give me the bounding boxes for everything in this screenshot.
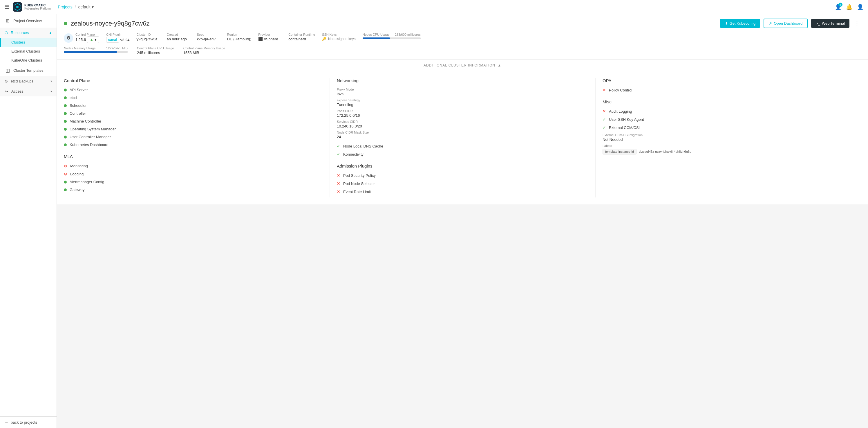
check-icon-external-ccm: ✓ [602, 125, 606, 130]
progress-row: Nodes Memory Usage 1227/1475 MiB Control… [64, 47, 861, 55]
header-actions: ⬇ Get Kubeconfig ↗ Open Dashboard >_ Web… [720, 19, 861, 28]
status-dot-k8s-dashboard [64, 143, 67, 146]
status-dot-api-server [64, 89, 67, 91]
control-plane-icon: ⚙ [64, 33, 73, 43]
label-key-chip: template-instance-id [602, 149, 637, 154]
projects-link[interactable]: Projects [58, 5, 72, 9]
chevron-down-icon-access: ▾ [51, 90, 52, 93]
row-pod-node-selector: ✕ Pod Node Selector [337, 181, 595, 186]
created-info: Created an hour ago [167, 33, 190, 41]
status-dot-scheduler [64, 104, 67, 107]
notification-badge: 1 [838, 3, 842, 7]
account-icon[interactable]: 👤 [857, 4, 863, 10]
x-icon-event-rate: ✕ [337, 189, 340, 194]
status-icon-monitoring: ⊗ [64, 164, 67, 168]
status-dot-gateway [64, 189, 67, 191]
etcd-icon: ⊙ [5, 79, 8, 83]
info-panels: Control Plane API Server etcd Scheduler [57, 71, 868, 204]
open-dashboard-button[interactable]: ↗ Open Dashboard [764, 19, 808, 28]
row-external-ccm: ✓ External CCM/CSI [602, 125, 861, 130]
cluster-header: zealous-noyce-y9q8g7cw6z ⬇ Get Kubeconfi… [57, 14, 868, 60]
row-audit-logging: ✕ Audit Logging [602, 109, 861, 114]
label-value-text: dlzsggf46z-gczvhbhwv6-4gh8zh6n6p [639, 150, 691, 153]
row-konnectivity: ✓ Konnectivity [337, 152, 595, 156]
row-alertmanager: Alertmanager Config [64, 180, 322, 184]
sidebar-resources-header[interactable]: ⬡ Resources ▲ [0, 28, 57, 38]
panel-left: Control Plane API Server etcd Scheduler [64, 78, 330, 197]
sidebar-back-to-projects[interactable]: ← back to projects [0, 417, 57, 428]
status-dot-machine-controller [64, 120, 67, 123]
nodes-memory-progress: Nodes Memory Usage 1227/1475 MiB [64, 47, 128, 55]
container-runtime-info: Container Runtime containerd [288, 33, 315, 41]
menu-icon[interactable]: ☰ [5, 4, 9, 10]
web-terminal-button[interactable]: >_ Web Terminal [811, 19, 849, 28]
row-pod-security-policy: ✕ Pod Security Policy [337, 173, 595, 178]
sidebar-etcd-header[interactable]: ⊙ etcd Backups ▾ [0, 76, 57, 86]
row-user-ssh-key-agent: ✓ User SSH Key Agent [602, 117, 861, 122]
ssh-keys-info: SSH Keys 🔑 No assigned keys [322, 33, 356, 41]
row-gateway: Gateway [64, 188, 322, 192]
sidebar: ⊞ Project Overview ⬡ Resources ▲ Cluster… [0, 14, 57, 428]
seed-info: Seed kkp-qa-env [197, 33, 220, 41]
row-logging: ⊗ Logging [64, 172, 322, 176]
row-user-controller: User Controller Manager [64, 135, 322, 139]
sidebar-item-project-overview[interactable]: ⊞ Project Overview [0, 15, 57, 26]
row-k8s-dashboard: Kubernetes Dashboard [64, 143, 322, 147]
sidebar-section-main: ⊞ Project Overview [0, 14, 57, 28]
chevron-down-icon: ▾ [51, 80, 52, 83]
row-api-server: API Server [64, 88, 322, 92]
control-plane-info: ⚙ Control Plane 1.25.6 ▲ ▾ [64, 33, 99, 43]
x-icon-pod-node-selector: ✕ [337, 181, 340, 186]
check-icon-node-local-dns: ✓ [337, 144, 340, 148]
template-icon: ◫ [5, 68, 10, 73]
status-dot-alertmanager [64, 180, 67, 183]
nodes-cpu-progress-bg [363, 37, 421, 39]
svg-point-2 [16, 6, 19, 8]
more-options-button[interactable]: ⋮ [853, 19, 861, 28]
version-select[interactable]: ▲ ▾ [87, 36, 99, 43]
additional-cluster-section: ADDITIONAL CLUSTER INFORMATION ▲ Control… [57, 60, 868, 204]
app-body: ⊞ Project Overview ⬡ Resources ▲ Cluster… [0, 14, 868, 428]
download-icon: ⬇ [725, 21, 728, 26]
navbar: ☰ KUBERMATIC Kubernetes Platform Project… [0, 0, 868, 14]
check-icon-konnectivity: ✓ [337, 152, 340, 156]
status-dot-etcd [64, 96, 67, 99]
x-icon-policy-control: ✕ [602, 88, 606, 92]
status-dot-osm [64, 128, 67, 131]
external-link-icon: ↗ [769, 21, 772, 26]
labels-row: template-instance-id dlzsggf46z-gczvhbhw… [602, 149, 861, 154]
grid-icon: ⊞ [5, 18, 10, 24]
row-node-local-dns: ✓ Node Local DNS Cache [337, 144, 595, 148]
region-info: Region DE (Hamburg) [227, 33, 251, 41]
sidebar-item-external-clusters[interactable]: External Clusters [0, 47, 57, 56]
check-icon-user-ssh: ✓ [602, 117, 606, 122]
control-plane-details: Control Plane 1.25.6 ▲ ▾ [75, 33, 99, 43]
nodes-memory-fill [64, 51, 117, 53]
chevron-up-icon: ▲ [498, 63, 501, 67]
section-toggle[interactable]: ADDITIONAL CLUSTER INFORMATION ▲ [57, 60, 868, 71]
notification-icon[interactable]: 🔔 [846, 4, 852, 10]
sidebar-item-kubeone-clusters[interactable]: KubeOne Clusters [0, 56, 57, 65]
status-dot-user-controller [64, 136, 67, 139]
current-project[interactable]: default ▾ [78, 5, 94, 9]
up-arrow-icon: ▲ [90, 37, 93, 42]
breadcrumb: Projects / default ▾ [58, 5, 94, 9]
sidebar-group-etcd: ⊙ etcd Backups ▾ [0, 76, 57, 86]
row-policy-control: ✕ Policy Control [602, 88, 861, 92]
sidebar-item-clusters[interactable]: Clusters [0, 38, 57, 47]
row-machine-controller: Machine Controller [64, 119, 322, 123]
panel-right: OPA ✕ Policy Control Misc ✕ Audit Loggin… [595, 78, 861, 197]
x-icon-audit-logging: ✕ [602, 109, 606, 114]
row-monitoring: ⊗ Monitoring [64, 164, 322, 168]
sidebar-access-header[interactable]: 🗝 Access ▾ [0, 86, 57, 96]
nodes-cpu-progress-fill [363, 37, 390, 39]
cni-plugin-info: CNI Plugin canal v3.24 [106, 33, 130, 43]
row-controller: Controller [64, 111, 322, 116]
sidebar-item-cluster-templates[interactable]: ◫ Cluster Templates [0, 65, 57, 76]
cluster-id-info: Cluster ID y9q8g7cw6z [137, 33, 160, 41]
row-osm: Operating System Manager [64, 127, 322, 131]
cluster-status-dot [64, 22, 67, 25]
get-kubeconfig-button[interactable]: ⬇ Get Kubeconfig [720, 19, 761, 28]
user-icon[interactable]: 👤 1 [835, 4, 841, 10]
cp-memory-info: Control Plane Memory Usage 1553 MiB [183, 47, 225, 55]
